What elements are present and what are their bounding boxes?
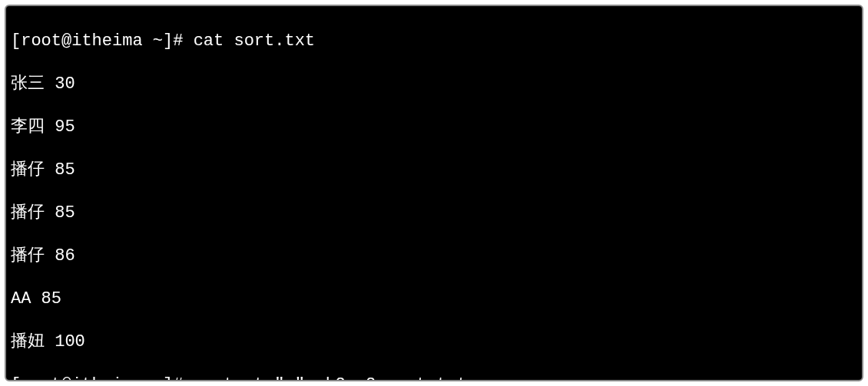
output-line: AA 85 [11,289,857,310]
command-line-1: [root@itheima ~]# cat sort.txt [11,31,857,52]
command-2-text: sort -t " " -k2n,2 sort.txt [194,375,467,381]
prompt-1: [root@itheima ~]# [11,31,194,51]
output-line: 播仔 86 [11,246,857,267]
output-line: 张三 30 [11,74,857,95]
terminal-window[interactable]: [root@itheima ~]# cat sort.txt 张三 30 李四 … [5,5,863,381]
output-line: 播仔 85 [11,203,857,224]
output-line: 播仔 85 [11,160,857,181]
output-line: 播妞 100 [11,332,857,353]
output-line: 李四 95 [11,117,857,138]
command-line-2: [root@itheima ~]# sort -t " " -k2n,2 sor… [11,374,857,381]
prompt-2: [root@itheima ~]# [11,375,194,381]
command-1-text: cat sort.txt [194,31,315,51]
